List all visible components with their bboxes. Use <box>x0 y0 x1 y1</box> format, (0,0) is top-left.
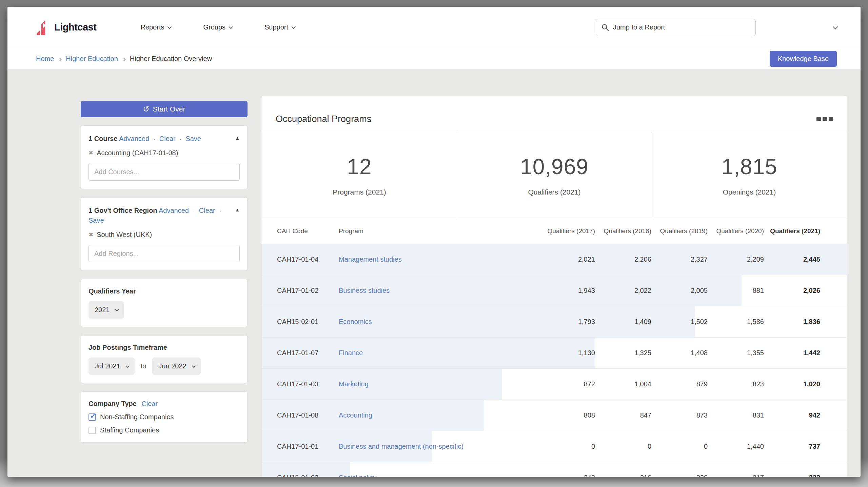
checkbox-non-staffing[interactable]: ✓ <box>88 413 96 421</box>
cell-q2019: 0 <box>651 443 708 450</box>
add-courses-input[interactable] <box>88 163 240 181</box>
cell-q2021: 2,445 <box>764 256 820 263</box>
collapse-caret-icon[interactable]: ▲ <box>235 206 240 212</box>
non-staffing-option[interactable]: ✓ Non-Staffing Companies <box>88 413 240 421</box>
chevron-down-icon <box>833 24 838 29</box>
region-tag-label: South West (UKK) <box>97 231 152 239</box>
program-link[interactable]: Economics <box>339 318 372 325</box>
company-type-clear-link[interactable]: Clear <box>141 400 158 407</box>
cell-q2020: 1,355 <box>708 349 764 357</box>
account-menu-toggle[interactable] <box>833 24 837 31</box>
dot-separator: · <box>179 135 182 142</box>
chevron-down-icon <box>192 364 195 367</box>
cell-q2021: 1,020 <box>764 380 820 388</box>
cell-program: Business and management (non-specific) <box>321 443 539 450</box>
cell-q2017: 2,021 <box>539 256 595 263</box>
lightcast-logo[interactable]: Lightcast <box>36 20 96 35</box>
table-header-row: CAH Code Program Qualifiers (2017) Quali… <box>262 218 847 244</box>
program-link[interactable]: Finance <box>339 349 363 357</box>
chevron-down-icon <box>125 364 129 367</box>
cell-q2019: 1,502 <box>651 318 708 326</box>
region-filter-title: 1 Gov't Office Region <box>88 207 157 214</box>
cell-q2018: 1,325 <box>595 349 651 357</box>
chevron-down-icon <box>167 25 172 29</box>
stat-label: Qualifiers (2021) <box>528 188 580 196</box>
cell-q2020: 831 <box>708 411 764 419</box>
timeframe-from-select[interactable]: Jul 2021 <box>88 358 135 375</box>
cell-cah-code: CAH17-01-07 <box>277 348 321 358</box>
cell-q2018: 1,409 <box>595 318 651 326</box>
stat-value: 10,969 <box>520 154 589 179</box>
cell-program: Social policy <box>321 474 539 477</box>
jump-to-report-search[interactable]: Jump to a Report <box>596 19 756 36</box>
cell-program: Marketing <box>321 380 539 388</box>
qualifiers-year-value: 2021 <box>95 306 110 314</box>
program-link[interactable]: Business studies <box>339 287 390 294</box>
nav-item-groups[interactable]: Groups <box>203 23 232 31</box>
restart-icon: ↺ <box>143 105 150 113</box>
cell-q2021: 1,836 <box>764 318 820 326</box>
cell-cah-code: CAH17-01-02 <box>277 286 321 295</box>
cell-q2018: 847 <box>595 411 651 419</box>
program-link[interactable]: Management studies <box>339 256 402 263</box>
course-save-link[interactable]: Save <box>185 135 201 142</box>
timeframe-to-select[interactable]: Jun 2022 <box>152 358 200 375</box>
checkbox-staffing[interactable]: ✓ <box>88 427 96 434</box>
add-regions-input[interactable] <box>88 245 240 262</box>
program-link[interactable]: Business and management (non-specific) <box>339 443 463 450</box>
logo-text: Lightcast <box>54 22 96 33</box>
region-advanced-link[interactable]: Advanced <box>159 207 189 214</box>
cell-q2021: 1,442 <box>764 349 820 357</box>
lightcast-logo-icon <box>36 20 50 35</box>
staffing-option[interactable]: ✓ Staffing Companies <box>88 426 240 434</box>
stat-qualifiers: 10,969 Qualifiers (2021) <box>457 132 652 218</box>
start-over-label: Start Over <box>153 105 185 113</box>
course-advanced-link[interactable]: Advanced <box>119 135 149 142</box>
header-qualifiers-2020: Qualifiers (2020) <box>708 227 764 235</box>
breadcrumb-home[interactable]: Home <box>36 55 54 63</box>
nav-item-reports[interactable]: Reports <box>140 23 171 31</box>
search-placeholder: Jump to a Report <box>613 23 665 31</box>
nav-menu: Reports Groups Support <box>140 23 295 31</box>
region-clear-link[interactable]: Clear <box>199 207 215 214</box>
header-cah-code: CAH Code <box>277 227 321 235</box>
cell-q2021: 2,026 <box>764 287 820 295</box>
stat-label: Openings (2021) <box>723 188 776 196</box>
company-type-card: Company Type Clear ✓ Non-Staffing Compan… <box>81 391 248 443</box>
programs-table: CAH Code Program Qualifiers (2017) Quali… <box>262 218 847 477</box>
start-over-button[interactable]: ↺ Start Over <box>81 101 248 117</box>
cell-q2017: 242 <box>539 474 595 477</box>
table-row: CAH17-01-02 Business studies 1,943 2,022… <box>262 275 847 306</box>
program-link[interactable]: Accounting <box>339 411 372 419</box>
course-filter-title: 1 Course <box>88 135 118 142</box>
breadcrumb-higher-education[interactable]: Higher Education <box>66 55 118 63</box>
dot-separator: · <box>193 207 195 214</box>
region-filter-card: 1 Gov't Office Region Advanced · Clear ·… <box>81 197 248 271</box>
cell-q2017: 1,130 <box>539 349 595 357</box>
table-body: CAH17-01-04 Management studies 2,021 2,2… <box>262 244 847 477</box>
table-row: CAH15-02-01 Economics 1,793 1,409 1,502 … <box>262 306 847 337</box>
remove-tag-icon[interactable]: ✖ <box>88 231 93 238</box>
program-link[interactable]: Social policy <box>339 474 376 477</box>
region-save-link[interactable]: Save <box>88 217 104 224</box>
cell-q2019: 236 <box>651 474 708 477</box>
panel-options-menu-icon[interactable] <box>816 117 833 121</box>
knowledge-base-button[interactable]: Knowledge Base <box>770 51 837 67</box>
summary-stats: 12 Programs (2021) 10,969 Qualifiers (20… <box>262 132 847 218</box>
cell-cah-code: CAH17-01-04 <box>277 255 321 264</box>
nav-item-label: Reports <box>140 23 164 31</box>
qualifiers-year-select[interactable]: 2021 <box>88 301 124 319</box>
nav-item-support[interactable]: Support <box>264 23 295 31</box>
header-qualifiers-2017: Qualifiers (2017) <box>539 227 595 235</box>
chevron-down-icon <box>115 307 119 311</box>
search-icon <box>601 24 609 31</box>
cell-q2019: 879 <box>651 380 708 388</box>
table-row: CAH17-01-03 Marketing 872 1,004 879 823 … <box>262 368 847 400</box>
qualifiers-year-card: Qualifiers Year 2021 <box>81 279 248 327</box>
program-link[interactable]: Marketing <box>339 380 369 388</box>
collapse-caret-icon[interactable]: ▲ <box>235 134 240 141</box>
remove-tag-icon[interactable]: ✖ <box>88 149 93 157</box>
header-qualifiers-2021: Qualifiers (2021) <box>764 227 820 235</box>
course-clear-link[interactable]: Clear <box>159 135 176 142</box>
cell-q2020: 1,586 <box>708 318 764 326</box>
